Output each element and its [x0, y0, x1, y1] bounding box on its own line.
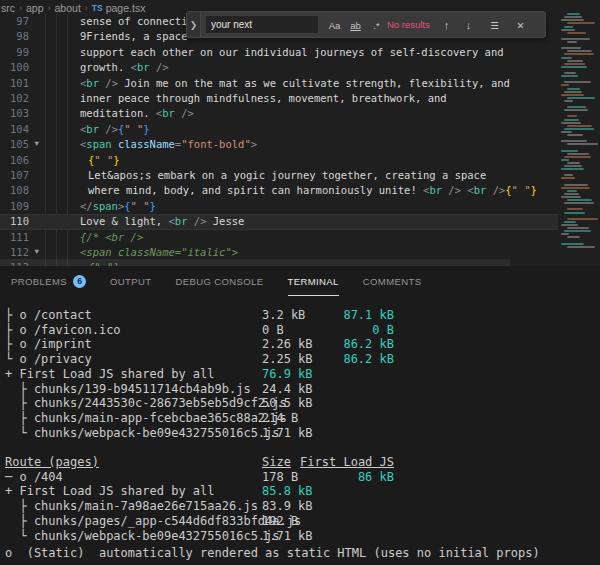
minimap-line: [564, 202, 594, 204]
breadcrumb-item-app[interactable]: app: [26, 2, 44, 14]
terminal-static-note: o (Static) automatically rendered as sta…: [5, 546, 598, 561]
line-number[interactable]: 104: [0, 123, 29, 135]
minimap-line: [567, 227, 589, 229]
line-number[interactable]: 105: [0, 138, 29, 150]
code-line-104[interactable]: 104<br />{" "}: [0, 122, 558, 137]
match-case-button[interactable]: Aa: [325, 16, 344, 34]
minimap-line: [564, 212, 585, 214]
terminal-size-value: 24.4 kB: [262, 382, 313, 396]
code-line-99[interactable]: 99support each other on our individual j…: [0, 45, 558, 60]
minimap-line: [561, 224, 578, 226]
terminal-route-name: + First Load JS shared by all: [5, 367, 215, 381]
terminal-row: ─ o /404178 B86 kB: [5, 470, 598, 485]
terminal-row: ├ o /contact3.2 kB87.1 kB: [5, 308, 598, 323]
close-find-button[interactable]: ✕: [511, 16, 530, 34]
code-text: Love & light, <br /> Jesse: [80, 215, 244, 227]
terminal-row: ├ o /favicon.ico0 B0 B: [5, 323, 598, 338]
panel-tab-output[interactable]: OUTPUT: [110, 266, 151, 296]
find-in-selection-button[interactable]: ☰: [485, 16, 504, 34]
toggle-replace-button[interactable]: ❯: [187, 12, 201, 37]
code-line-103[interactable]: 103meditation. <br />: [0, 106, 558, 121]
terminal-row: ├ chunks/main-7a98ae26e715aa26.js83.9 kB: [5, 499, 598, 514]
terminal-size-value: 214 B: [262, 411, 298, 425]
minimap-line: [564, 184, 588, 186]
minimap-line: [567, 13, 580, 15]
code-line-106[interactable]: 106{" "}: [0, 153, 558, 168]
terminal-route-name: ├ chunks/2443530c-28673eb5eb5d9cf2.js: [5, 396, 287, 410]
line-number[interactable]: 99: [0, 46, 29, 58]
code-line-108[interactable]: 108where mind, body, and spirit can harm…: [0, 183, 558, 198]
minimap-line: [567, 60, 583, 62]
terminal-first-load-value: 87.1 kB: [280, 308, 394, 322]
code-line-107[interactable]: 107Let&apos;s embark on a yogic journey …: [0, 168, 558, 183]
minimap-line: [561, 196, 581, 198]
code-line-101[interactable]: 101<br /> Join me on the mat as we culti…: [0, 76, 558, 91]
line-number[interactable]: 111: [0, 231, 29, 243]
breadcrumb-file[interactable]: page.tsx: [106, 2, 146, 14]
previous-match-button[interactable]: ↑: [437, 16, 456, 34]
code-editor[interactable]: 97sense of connecti989Friends, a space99…: [0, 14, 558, 266]
minimap-line: [561, 177, 575, 179]
line-number[interactable]: 98: [0, 30, 29, 42]
code-line-111[interactable]: 111{/* <br />: [0, 230, 558, 245]
minimap-line: [564, 174, 573, 176]
terminal-route-name: └ chunks/webpack-be09e432755016c5.js: [5, 426, 280, 440]
panel-tab-comments[interactable]: COMMENTS: [363, 266, 422, 296]
next-match-button[interactable]: ↓: [459, 16, 478, 34]
minimap-line: [561, 47, 581, 49]
code-line-100[interactable]: 100growth. <br />: [0, 60, 558, 75]
breadcrumb-item-src[interactable]: src: [1, 2, 15, 14]
breadcrumb-item-about[interactable]: about: [55, 2, 81, 14]
arrow-down-icon: ↓: [466, 19, 472, 31]
panel-tab-debug-console[interactable]: DEBUG CONSOLE: [175, 266, 263, 296]
find-input[interactable]: [206, 16, 318, 33]
code-line-105[interactable]: 105▼<span className="font-bold">: [0, 137, 558, 152]
horizontal-scrollbar[interactable]: [0, 259, 510, 266]
fold-chevron-icon[interactable]: ▼: [33, 139, 43, 148]
panel-tab-problems[interactable]: PROBLEMS6: [11, 266, 86, 296]
terminal-first-load-value: 86.2 kB: [280, 352, 394, 366]
minimap[interactable]: [560, 10, 597, 255]
code-text: {/* <br />: [80, 231, 143, 243]
code-text: 9Friends, a space: [80, 30, 187, 42]
code-text: where mind, body, and spirit can harmoni…: [88, 184, 537, 196]
panel-tab-terminal[interactable]: TERMINAL: [288, 266, 339, 296]
line-number[interactable]: 108: [0, 184, 29, 196]
line-number[interactable]: 97: [0, 15, 29, 27]
terminal-size-value: 83.9 kB: [262, 499, 313, 513]
terminal-route-name: Route (pages): [5, 455, 99, 469]
minimap-line: [567, 134, 583, 136]
terminal-first-load-value: 0 B: [280, 323, 394, 337]
panel-tab-label: TERMINAL: [288, 276, 339, 287]
minimap-line: [561, 243, 584, 245]
minimap-line: [567, 153, 589, 155]
code-line-102[interactable]: 102inner peace through mindfulness, move…: [0, 91, 558, 106]
line-number[interactable]: 102: [0, 92, 29, 104]
minimap-line: [567, 236, 580, 238]
line-number[interactable]: 106: [0, 154, 29, 166]
terminal-size-value: 192 B: [262, 514, 298, 528]
terminal[interactable]: ├ o /contact3.2 kB87.1 kB├ o /favicon.ic…: [0, 300, 600, 565]
line-number[interactable]: 109: [0, 200, 29, 212]
regex-button[interactable]: .*: [367, 16, 386, 34]
line-number[interactable]: 107: [0, 169, 29, 181]
panel-tab-label: DEBUG CONSOLE: [175, 276, 263, 287]
minimap-line: [564, 81, 591, 83]
fold-chevron-icon[interactable]: ▼: [33, 247, 43, 256]
terminal-row: ├ o /imprint2.26 kB86.2 kB: [5, 337, 598, 352]
code-line-109[interactable]: 109</span>{" "}: [0, 199, 558, 214]
minimap-line: [561, 75, 578, 77]
regex-icon: .*: [373, 20, 379, 31]
whole-word-button[interactable]: ab: [346, 16, 365, 34]
minimap-line: [567, 50, 592, 52]
code-line-110[interactable]: 110Love & light, <br /> Jesse: [0, 214, 558, 229]
minimap-line: [564, 156, 591, 158]
line-number[interactable]: 100: [0, 61, 29, 73]
minimap-line: [567, 41, 577, 43]
line-number[interactable]: 112: [0, 246, 29, 258]
line-number[interactable]: 103: [0, 107, 29, 119]
terminal-row: └ o /privacy2.25 kB86.2 kB: [5, 352, 598, 367]
code-text: sense of connecti: [80, 15, 187, 27]
line-number[interactable]: 101: [0, 77, 29, 89]
line-number[interactable]: 110: [0, 215, 29, 227]
